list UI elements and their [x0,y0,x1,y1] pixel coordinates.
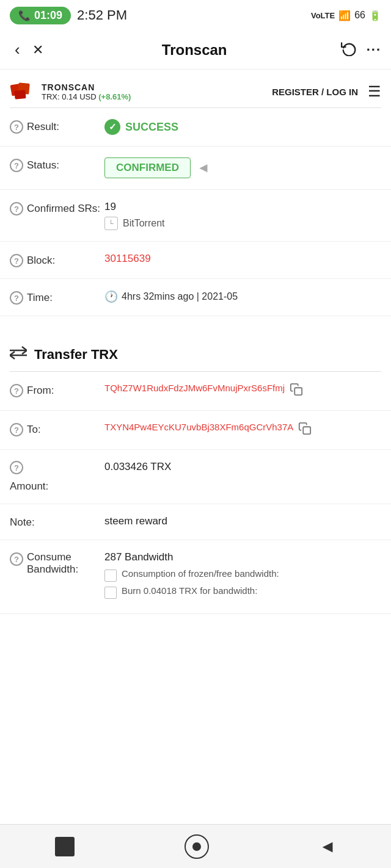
block-link[interactable]: 30115639 [104,253,151,264]
brand-name: TRONSCAN [42,82,131,92]
bottom-nav: ◄ [0,824,391,868]
status-time: 2:52 PM [77,7,127,23]
transfer-header: Transfer TRX [0,331,391,371]
back-triangle-icon: ◄ [319,837,336,856]
bottom-square-button[interactable] [55,837,75,856]
bottom-spacer [0,614,391,663]
chevron-left-icon: ◄ [197,160,210,176]
bandwidth-item-2: Burn 0.04018 TRX for bandwidth: [104,585,381,599]
bandwidth-label: ConsumeBandwidth: [27,551,78,576]
status-bar-left: 📞 01:09 2:52 PM [10,7,127,24]
svg-rect-6 [304,427,311,434]
result-row: ? Result: ✓ SUCCESS [0,108,391,146]
bandwidth-label-container: ? ConsumeBandwidth: [10,551,104,576]
amount-label-container: ? Amount: [10,461,104,493]
result-label: ? Result: [10,119,104,134]
svg-rect-5 [294,388,302,395]
to-help-icon[interactable]: ? [10,423,23,436]
to-copy-icon[interactable] [298,422,312,438]
from-help-icon[interactable]: ? [10,384,23,397]
nav-bar: ‹ ✕ Tronscan ··· [0,31,391,70]
block-label: ? Block: [10,253,104,267]
bandwidth-text-2: Burn 0.04018 TRX for bandwidth: [122,585,257,596]
from-copy-icon[interactable] [290,383,303,399]
register-login-button[interactable]: REGISTER / LOG IN [272,87,358,97]
nav-actions: ··· [341,40,381,60]
bandwidth-checkbox-1 [104,570,117,582]
status-bar: 📞 01:09 2:52 PM VoLTE 📶 66 🔋 [0,0,391,31]
time-help-icon[interactable]: ? [10,291,23,305]
time-row: ? Time: 🕐 4hrs 32mins ago | 2021-05 [0,279,391,316]
menu-button[interactable]: ☰ [368,83,381,100]
bittorrent-icon: └ [104,217,118,230]
success-check-icon: ✓ [104,119,120,135]
amount-value: 0.033426 TRX [104,461,381,473]
battery-icon: 🔋 [369,10,381,21]
to-label: ? To: [10,422,104,436]
time-value: 🕐 4hrs 32mins ago | 2021-05 [104,290,381,303]
call-icon: 📞 [18,10,31,21]
result-help-icon[interactable]: ? [10,120,23,134]
confirmed-row: CONFIRMED ◄ [104,157,381,178]
time-ago: 4hrs 32mins ago | 2021-05 [122,291,238,302]
confirmed-srs-help-icon[interactable]: ? [10,202,23,215]
close-button[interactable]: ✕ [27,37,48,63]
brand-right: REGISTER / LOG IN ☰ [272,83,381,100]
back-button[interactable]: ‹ [10,35,25,64]
confirmed-srs-label: ? Confirmed SRs: [10,201,104,215]
brand-left: TRONSCAN TRX: 0.14 USD (+8.61%) [10,78,131,105]
confirmed-srs-value: 19 └ BitTorrent [104,201,381,230]
status-bar-right: VoLTE 📶 66 🔋 [311,10,381,21]
confirmed-badge: CONFIRMED [104,157,191,178]
note-row: Note: steem reward [0,504,391,540]
tronscan-logo [10,78,37,105]
status-row: ? Status: CONFIRMED ◄ [0,146,391,190]
note-value: steem reward [104,515,381,527]
block-value: 30115639 [104,253,381,265]
bandwidth-row: ? ConsumeBandwidth: 287 Bandwidth Consum… [0,540,391,614]
to-value: TXYN4Pw4EYcKU7uvbBj38XFm6qGCrVh37A [104,422,381,438]
call-badge: 📞 01:09 [10,7,71,24]
more-button[interactable]: ··· [367,42,381,58]
brand-price: TRX: 0.14 USD (+8.61%) [42,92,131,101]
sr-name: BitTorrent [123,218,164,229]
status-help-icon[interactable]: ? [10,159,23,172]
page-title: Tronscan [48,42,341,59]
from-value: TQhZ7W1RudxFdzJMw6FvMnujPxrS6sFfmj [104,383,381,399]
square-icon [55,837,75,856]
svg-rect-2 [14,90,26,99]
refresh-button[interactable] [341,40,357,60]
success-badge: ✓ SUCCESS [104,119,178,135]
block-help-icon[interactable]: ? [10,254,23,267]
status-label: ? Status: [10,157,104,172]
sr-list: └ BitTorrent [104,217,381,230]
transfer-arrows-icon [10,345,27,364]
bottom-home-button[interactable] [185,834,209,859]
spacer [0,316,391,331]
bottom-back-button[interactable]: ◄ [319,837,336,856]
bandwidth-help-icon[interactable]: ? [10,552,23,566]
to-row: ? To: TXYN4Pw4EYcKU7uvbBj38XFm6qGCrVh37A [0,411,391,450]
result-value: ✓ SUCCESS [104,119,381,135]
transfer-title: Transfer TRX [34,347,118,363]
bandwidth-value: 287 Bandwidth Consumption of frozen/free… [104,551,381,602]
time-label: ? Time: [10,290,104,305]
note-label: Note: [10,515,104,529]
brand-info: TRONSCAN TRX: 0.14 USD (+8.61%) [42,82,131,101]
trx-price: TRX: 0.14 USD [42,92,97,101]
bandwidth-text-1: Consumption of frozen/free bandwidth: [122,568,279,579]
bandwidth-main: 287 Bandwidth [104,551,381,563]
from-address[interactable]: TQhZ7W1RudxFdzJMw6FvMnujPxrS6sFfmj [104,383,285,393]
confirmed-srs-row: ? Confirmed SRs: 19 └ BitTorrent [0,190,391,242]
price-change: (+8.61%) [98,92,131,101]
brand-bar: TRONSCAN TRX: 0.14 USD (+8.61%) REGISTER… [0,70,391,107]
inner-circle [192,842,201,851]
sr-count: 19 [104,201,381,213]
circle-icon [185,834,209,859]
to-address[interactable]: TXYN4Pw4EYcKU7uvbBj38XFm6qGCrVh37A [104,422,293,432]
amount-row: ? Amount: 0.033426 TRX [0,450,391,504]
amount-help-icon[interactable]: ? [10,461,23,474]
bandwidth-item-1: Consumption of frozen/free bandwidth: [104,568,381,582]
from-row: ? From: TQhZ7W1RudxFdzJMw6FvMnujPxrS6sFf… [0,372,391,411]
volte-icon: VoLTE [311,11,335,20]
